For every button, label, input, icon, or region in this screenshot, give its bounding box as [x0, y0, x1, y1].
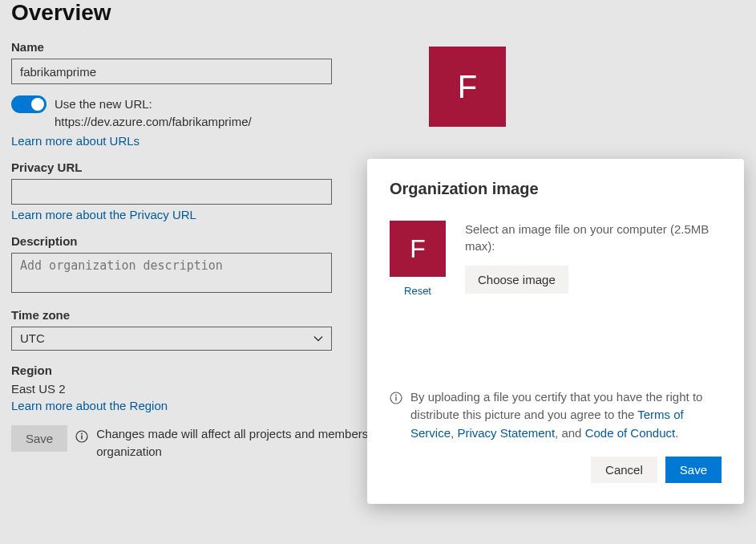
chevron-down-icon [313, 334, 323, 343]
info-icon [390, 392, 402, 404]
privacy-url-input[interactable] [11, 179, 332, 205]
timezone-value: UTC [20, 331, 45, 345]
save-button[interactable]: Save [11, 425, 67, 452]
page-title: Overview [11, 0, 745, 26]
cancel-button[interactable]: Cancel [591, 457, 657, 483]
dialog-save-button[interactable]: Save [665, 457, 722, 483]
description-textarea[interactable] [11, 253, 332, 293]
privacy-statement-link[interactable]: Privacy Statement [457, 426, 555, 440]
organization-image-dialog: Organization image F Reset Select an ima… [367, 159, 744, 504]
svg-point-1 [81, 432, 83, 434]
upload-disclaimer: By uploading a file you certify that you… [410, 388, 722, 443]
dialog-avatar-preview: F [390, 221, 446, 277]
choose-image-button[interactable]: Choose image [465, 266, 568, 294]
learn-urls-link[interactable]: Learn more about URLs [11, 134, 139, 148]
code-of-conduct-link[interactable]: Code of Conduct [585, 426, 676, 440]
svg-rect-2 [82, 435, 83, 439]
name-input[interactable] [11, 59, 332, 84]
organization-avatar[interactable]: F [429, 47, 506, 127]
info-icon [75, 430, 88, 443]
dialog-avatar-letter: F [410, 234, 426, 264]
url-toggle-label: Use the new URL: https://dev.azure.com/f… [55, 95, 348, 131]
dialog-title: Organization image [390, 180, 722, 198]
select-image-text: Select an image file on your computer (2… [465, 221, 722, 254]
reset-link[interactable]: Reset [404, 285, 431, 297]
learn-region-link[interactable]: Learn more about the Region [11, 399, 168, 412]
svg-point-4 [395, 394, 397, 396]
learn-privacy-link[interactable]: Learn more about the Privacy URL [11, 208, 196, 221]
svg-rect-5 [395, 396, 396, 400]
timezone-select[interactable]: UTC [11, 327, 332, 351]
avatar-letter: F [458, 69, 477, 105]
name-label: Name [11, 40, 745, 54]
url-toggle[interactable] [11, 95, 46, 113]
